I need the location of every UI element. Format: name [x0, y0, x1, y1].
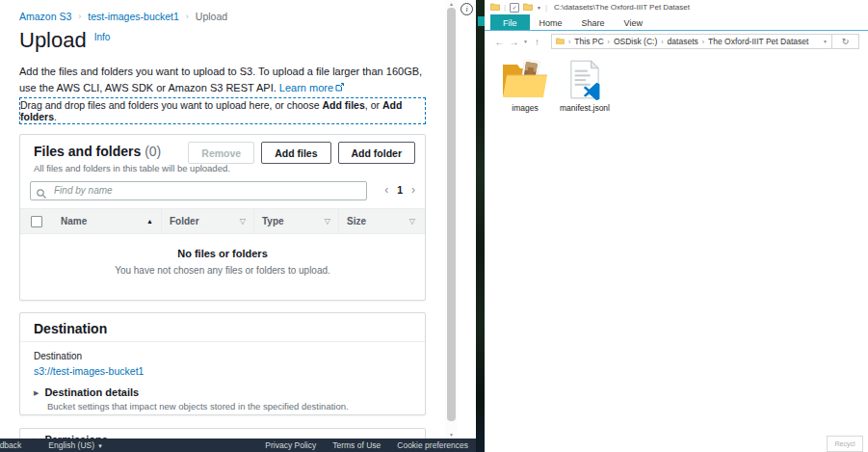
- destination-details-description: Bucket settings that impact new objects …: [47, 401, 349, 412]
- previous-page-icon[interactable]: ‹: [384, 183, 388, 197]
- file-label: images: [496, 103, 554, 113]
- crumb-separator: ›: [608, 39, 610, 45]
- language-selector[interactable]: English (US)▼: [48, 440, 103, 450]
- empty-state-description: You have not chosen any files or folders…: [20, 265, 425, 276]
- table-header: Name▲ Folder▽ Type▽ Size▽: [20, 208, 425, 234]
- file-label: manifest.jsonl: [556, 103, 614, 113]
- tab-view[interactable]: View: [615, 14, 652, 30]
- find-by-name-input[interactable]: [30, 181, 367, 200]
- aws-footer: Feedback English (US)▼ Privacy Policy Te…: [0, 439, 476, 452]
- crumb-osdisk[interactable]: OSDisk (C:): [614, 37, 657, 46]
- destination-panel: Destination Destination s3://test-images…: [19, 312, 426, 415]
- back-icon[interactable]: ←: [492, 37, 507, 47]
- search-icon: [37, 185, 46, 202]
- add-files-button[interactable]: Add files: [261, 142, 330, 164]
- tab-share[interactable]: Share: [572, 14, 615, 30]
- next-page-icon[interactable]: ›: [411, 183, 415, 197]
- crumb-this-pc[interactable]: This PC: [574, 37, 603, 46]
- tab-home[interactable]: Home: [530, 14, 572, 30]
- address-bar[interactable]: › This PC › OSDisk (C:) › datasets › The…: [551, 34, 832, 49]
- files-and-folders-panel: Files and folders (0) All files and fold…: [19, 134, 426, 301]
- crumb-current-folder[interactable]: The Oxford-IIIT Pet Dataset: [708, 37, 808, 46]
- cookie-preferences-link[interactable]: Cookie preferences: [397, 440, 468, 450]
- corner-partial-label[interactable]: Recycl: [827, 436, 863, 452]
- tab-file[interactable]: File: [490, 14, 530, 30]
- privacy-policy-link[interactable]: Privacy Policy: [265, 440, 316, 450]
- folder-icon: [556, 37, 565, 46]
- chevron-down-icon: ▼: [97, 443, 103, 449]
- select-all-checkbox[interactable]: [20, 209, 53, 233]
- breadcrumb-current: Upload: [196, 11, 227, 22]
- desktop-wallpaper-strip: [476, 0, 485, 452]
- aws-s3-upload-page: Amazon S3 › test-images-bucket1 › Upload…: [0, 0, 476, 452]
- terms-of-use-link[interactable]: Terms of Use: [332, 440, 381, 450]
- pagination: ‹ 1 ›: [384, 183, 415, 197]
- separator: |: [545, 3, 547, 12]
- explorer-titlebar[interactable]: | ✓ ▼ | C:\datasets\The Oxford-IIIT Pet …: [485, 0, 868, 14]
- file-item-manifest-jsonl[interactable]: manifest.jsonl: [556, 56, 614, 113]
- breadcrumb-chevron-icon: ›: [186, 12, 189, 21]
- crumb-separator: ›: [568, 39, 570, 45]
- files-panel-actions: Remove Add files Add folder: [188, 142, 415, 164]
- crumb-datasets[interactable]: datasets: [668, 37, 698, 46]
- destination-bucket-link[interactable]: s3://test-images-bucket1: [34, 365, 144, 377]
- crumb-separator: ›: [661, 39, 663, 45]
- manifest-jsonl-icon: [556, 56, 614, 100]
- quick-access-toolbar-caret-icon[interactable]: ▼: [537, 5, 541, 11]
- column-header-size[interactable]: Size▽: [338, 209, 425, 233]
- recent-locations-caret-icon[interactable]: ▼: [521, 39, 530, 44]
- refresh-icon[interactable]: ↻: [832, 34, 859, 49]
- file-list-area[interactable]: images manifest.jsonl: [485, 52, 868, 451]
- separator: |: [504, 3, 506, 12]
- column-header-type[interactable]: Type▽: [253, 209, 338, 233]
- file-explorer-window: | ✓ ▼ | C:\datasets\The Oxford-IIIT Pet …: [485, 0, 868, 452]
- files-panel-description: All files and folders in this table will…: [34, 163, 230, 173]
- breadcrumb-amazon-s3[interactable]: Amazon S3: [19, 11, 71, 22]
- file-item-images-folder[interactable]: images: [496, 56, 554, 113]
- info-circle-icon[interactable]: i: [460, 3, 473, 15]
- folder-icon: [490, 3, 500, 13]
- destination-details-expander[interactable]: ▶Destination details: [34, 386, 139, 398]
- folder-icon: [523, 3, 533, 13]
- window-title-path: C:\datasets\The Oxford-IIIT Pet Dataset: [554, 3, 690, 12]
- breadcrumb: Amazon S3 › test-images-bucket1 › Upload: [19, 11, 227, 22]
- intro-text: Add the files and folders you want to up…: [19, 64, 430, 95]
- checkbox-icon: [31, 216, 42, 227]
- add-folder-button[interactable]: Add folder: [338, 142, 416, 164]
- drag-drop-zone[interactable]: Drag and drop files and folders you want…: [19, 97, 426, 124]
- scroll-down-icon[interactable]: ▼: [445, 431, 458, 439]
- scrollbar-thumb[interactable]: [447, 8, 456, 421]
- quick-access-check-icon[interactable]: ✓: [510, 3, 519, 13]
- current-page[interactable]: 1: [397, 184, 403, 196]
- filter-icon: ▽: [409, 217, 415, 226]
- column-header-name[interactable]: Name▲: [53, 209, 161, 233]
- scroll-up-icon[interactable]: ▲: [445, 0, 458, 8]
- page-title: UploadInfo: [19, 28, 110, 53]
- ribbon-tabs: File Home Share View: [485, 14, 868, 31]
- address-toolbar: ← → ▼ ↑ › This PC › OSDisk (C:) › datase…: [485, 31, 868, 52]
- column-header-folder[interactable]: Folder▽: [161, 209, 253, 233]
- forward-icon[interactable]: →: [507, 37, 521, 47]
- breadcrumb-bucket[interactable]: test-images-bucket1: [88, 11, 179, 22]
- filter-icon: ▽: [240, 217, 246, 226]
- filter-icon: ▽: [325, 217, 330, 226]
- search-box: [30, 180, 367, 199]
- search-row: ‹ 1 ›: [30, 180, 415, 199]
- feedback-link[interactable]: Feedback: [0, 440, 21, 450]
- address-dropdown-caret-icon[interactable]: ▼: [823, 39, 828, 44]
- page-scrollbar[interactable]: ▲ ▼: [445, 0, 458, 439]
- up-icon[interactable]: ↑: [530, 37, 544, 47]
- background-window-fragment: [478, 16, 485, 26]
- sort-ascending-icon: ▲: [146, 218, 153, 225]
- images-folder-icon: [496, 56, 554, 100]
- destination-label: Destination: [34, 351, 82, 361]
- empty-state-title: No files or folders: [20, 248, 425, 259]
- learn-more-link[interactable]: Learn more: [279, 82, 333, 93]
- caret-right-icon: ▶: [34, 389, 39, 396]
- screen: Amazon S3 › test-images-bucket1 › Upload…: [0, 0, 868, 452]
- info-link[interactable]: Info: [94, 32, 111, 42]
- breadcrumb-chevron-icon: ›: [78, 12, 81, 21]
- crumb-separator: ›: [702, 39, 704, 45]
- remove-button[interactable]: Remove: [188, 142, 254, 164]
- destination-header: Destination: [20, 313, 425, 342]
